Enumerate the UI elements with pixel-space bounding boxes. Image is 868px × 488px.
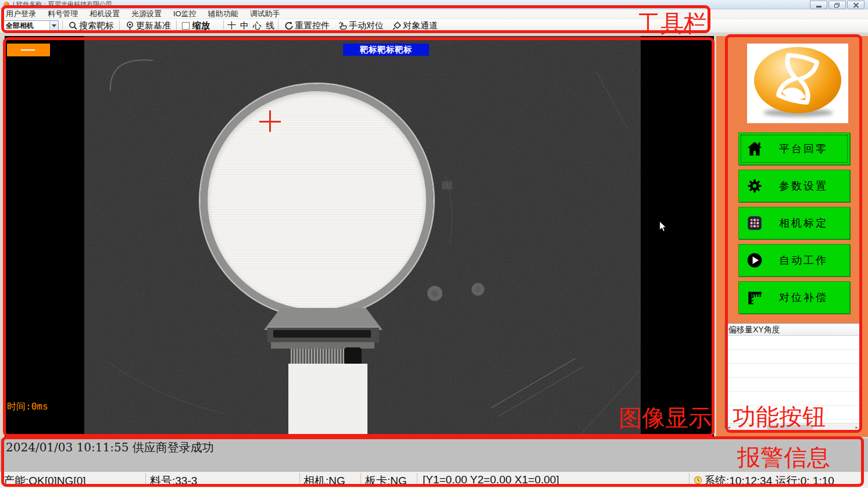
status-coords: [Y1=0.00 Y2=0.00 X1=0.00] [423,473,559,486]
zoom-checkbox[interactable] [182,22,190,30]
camera-select-dropdown[interactable]: 全部相机 [3,20,59,32]
menu-camera-settings[interactable]: 相机设置 [84,9,126,19]
marker-line-button[interactable]: 线 [266,20,274,31]
mouse-cursor-icon [659,221,667,232]
camera-select-value: 全部相机 [3,21,49,31]
window-title: | 软件名称：双翌光电科技有限公司 [13,0,112,9]
offset-list-header[interactable]: 偏移量XY角度 [725,324,860,336]
reset-rotate-icon [284,21,294,31]
auto-work-button[interactable]: 自动工作 [738,244,850,277]
hourglass-image [747,44,848,123]
home-platform-button[interactable]: 平台回零 [738,132,850,165]
clock-icon [694,476,702,485]
camera-tab-dash-icon [21,49,35,51]
offset-xy-angle-list[interactable]: 偏移量XY角度 ◂ ▸ [724,323,861,431]
image-overlay-stats: 时间:0ms Samp:0.00,0.00,0.000 ORG:1307.00,… [7,379,141,437]
scroll-right-icon[interactable]: ▸ [853,425,860,430]
camera-calibration-label: 相机标定 [763,216,844,230]
status-yield: 产能:OK[0]NG[0] [3,473,85,488]
offset-list-body[interactable] [725,336,860,423]
round-lcd-panel [201,84,433,317]
gear-icon [746,177,763,195]
menu-io-monitor[interactable]: IO监控 [167,9,202,19]
reset-controls-label: 重置控件 [295,20,330,31]
object-channel-button[interactable]: 对象通道 [390,20,440,31]
menu-user-login[interactable]: 用户登录 [0,9,42,19]
alarm-info-area: 2024/01/03 10:11:55 供应商登录成功 [0,439,868,471]
lcd-connector-slot [273,330,371,338]
update-baseline-button[interactable]: 更新基准 [123,20,173,31]
target-label: 靶标靶标靶标 [343,44,429,56]
manual-align-label: 手动对位 [349,20,384,31]
search-icon [68,21,78,31]
alignment-compensation-button[interactable]: 对位补偿 [738,281,850,314]
object-channel-label: 对象通道 [403,20,438,31]
tool-bar: 全部相机 搜索靶标 更新基准 缩放 十 中 心 线 重置控件 [0,19,868,33]
status-board: 板卡:NG [365,473,407,488]
home-platform-label: 平台回零 [763,142,844,156]
manual-align-button[interactable]: 手动对位 [336,20,385,31]
title-bar: | 软件名称：双翌光电科技有限公司 [0,0,868,9]
baseline-pin-icon [125,21,135,31]
minimize-icon [816,6,821,8]
play-icon [746,252,763,269]
reset-controls-button[interactable]: 重置控件 [282,20,331,31]
image-display-area[interactable]: 靶标靶标靶标 时间:0ms Samp:0.00,0.00,0.000 ORG:1… [5,36,714,437]
marker-cross-button[interactable]: 十 [227,20,236,31]
auto-work-label: 自动工作 [763,253,844,267]
camera-tab[interactable] [7,44,50,56]
zoom-label: 缩放 [192,20,210,31]
function-panel: 平台回零 参数设置 相机标定 自动工作 对位补偿 偏移量XY角度 ◂ ▸ [716,36,868,437]
diamond-icon [392,21,402,31]
alarm-message: 2024/01/03 10:11:55 供应商登录成功 [0,439,868,455]
horizontal-scrollbar[interactable]: ◂ ▸ [725,423,860,430]
menu-light-settings[interactable]: 光源设置 [126,9,167,19]
menu-part-management[interactable]: 料号管理 [42,9,84,19]
close-button[interactable] [847,1,865,9]
parameter-settings-label: 参数设置 [763,179,844,193]
hand-icon [338,21,348,31]
calibration-grid-icon [746,214,763,232]
menu-aux-functions[interactable]: 辅助功能 [202,9,244,19]
app-logo-icon [3,2,9,8]
status-bar: 产能:OK[0]NG[0] 料号:33-3 相机:NG 板卡:NG [Y1=0.… [0,471,868,488]
minimize-button[interactable] [810,1,827,9]
marker-center-button[interactable]: 中 [240,20,249,31]
crosshair-icon [269,110,271,132]
chevron-down-icon[interactable] [49,21,58,31]
scroll-left-icon[interactable]: ◂ [726,425,732,430]
menu-bar: 用户登录 料号管理 相机设置 光源设置 IO监控 辅助功能 调试助手 [0,9,868,19]
menu-debug-assistant[interactable]: 调试助手 [244,9,286,19]
window-controls [810,1,865,9]
marker-buttons: 十 中 心 线 [227,20,274,31]
camera-calibration-button[interactable]: 相机标定 [738,207,850,239]
restore-button[interactable] [828,1,846,9]
overlay-samp: Samp:0.00,0.00,0.000 [7,434,141,437]
home-icon [746,140,763,157]
overlay-time: 时间:0ms [7,401,141,412]
zoom-toggle[interactable]: 缩放 [180,20,212,31]
fpc-dark-notch [344,347,362,365]
update-baseline-label: 更新基准 [136,20,171,31]
search-target-label: 搜索靶标 [79,20,114,31]
hourglass-icon [754,47,841,113]
alignment-compensation-label: 对位补偿 [763,290,844,304]
status-part-no: 料号:33-3 [150,473,197,488]
fpc-flex-cable [288,364,367,437]
status-system-run: 系统:10:12:34 运行:0: 1:10 [704,473,834,488]
search-target-button[interactable]: 搜索靶标 [66,20,116,31]
scrollbar-thumb[interactable] [767,425,813,430]
ruler-icon [746,289,763,306]
marker-heart-button[interactable]: 心 [253,20,262,31]
status-camera: 相机:NG [303,473,345,488]
parameter-settings-button[interactable]: 参数设置 [738,170,850,202]
